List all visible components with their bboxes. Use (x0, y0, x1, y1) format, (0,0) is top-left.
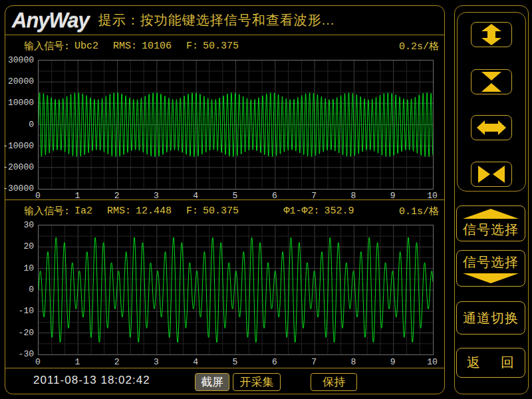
compress-horizontal-icon (476, 164, 507, 185)
back-label-left: 返 (467, 354, 481, 372)
y-tick-label: -30 (19, 349, 34, 359)
freq-value: 50.375 (203, 205, 239, 217)
y-axis-labels: 3000020000100000-10000-20000-30000 (5, 60, 35, 188)
rms-label: RMS: (107, 205, 131, 217)
triangle-up-icon (463, 209, 519, 219)
x-tick-label: 0 (35, 357, 41, 367)
waveform-svg (39, 225, 433, 354)
y-tick-label: -10 (19, 306, 34, 316)
waveform-plot-ia2 (38, 225, 434, 355)
compress-vertical-button[interactable] (471, 69, 512, 94)
brand-logo: AnyWay (12, 9, 89, 33)
y-tick-label: 10 (23, 263, 34, 273)
screenshot-button[interactable]: 截屏 (195, 373, 229, 391)
title-bar: AnyWay 提示：按功能键选择信号和查看波形... (12, 6, 440, 35)
y-tick-label: 0 (29, 285, 34, 295)
phase-diff-label: Φ1-Φ2: (284, 205, 320, 217)
device-screen: AnyWay 提示：按功能键选择信号和查看波形... 输入信号: Ubc2 RM… (0, 0, 532, 399)
x-tick-label: 6 (272, 357, 277, 367)
y-tick-label: -30000 (3, 184, 34, 194)
y-tick-label: 30 (23, 220, 34, 230)
channel-switch-label: 通道切换 (463, 309, 519, 327)
signal-name: Ubc2 (74, 41, 98, 52)
y-tick-label: -10000 (3, 140, 34, 150)
y-tick-label: -20 (19, 327, 34, 337)
signal-select-up-button[interactable]: 信号选择 (456, 205, 525, 241)
compress-vertical-icon (477, 70, 506, 93)
expand-vertical-button[interactable] (471, 22, 512, 47)
waveform-svg (39, 61, 433, 189)
signal-select-up-label: 信号选择 (463, 221, 519, 239)
start-capture-button[interactable]: 开采集 (233, 373, 281, 391)
hold-button[interactable]: 保持 (311, 373, 357, 391)
expand-horizontal-icon (476, 117, 507, 138)
status-bar: 2011-08-13 18:02:42 截屏 开采集 保持 (5, 368, 444, 393)
signal-select-down-button[interactable]: 信号选择 (456, 250, 525, 287)
x-axis-labels: 012345678910 (38, 357, 432, 368)
timestamp: 2011-08-13 18:02:42 (33, 374, 150, 387)
rms-value: 10106 (142, 41, 172, 52)
signal-name: Ia2 (74, 205, 92, 217)
expand-vertical-icon (477, 23, 506, 46)
rms-label: RMS: (113, 41, 137, 52)
y-tick-label: 20 (23, 241, 34, 251)
prompt-text: 提示：按功能键选择信号和查看波形... (98, 11, 335, 29)
x-tick-label: 3 (154, 357, 159, 367)
scope-panel-ubc2: 输入信号: Ubc2 RMS: 10106 F: 50.375 0.2s/格 3… (5, 35, 444, 200)
freq-value: 50.375 (203, 41, 239, 52)
input-signal-label: 输入信号: (24, 40, 70, 53)
y-tick-label: -20000 (3, 162, 34, 172)
back-button[interactable]: 返 回 (456, 348, 525, 378)
waveform-plot-ubc2 (38, 60, 434, 190)
x-tick-label: 4 (193, 357, 198, 367)
expand-horizontal-button[interactable] (471, 115, 512, 140)
freq-label: F: (186, 205, 198, 217)
compress-horizontal-button[interactable] (471, 162, 512, 187)
main-panel: AnyWay 提示：按功能键选择信号和查看波形... 输入信号: Ubc2 RM… (5, 5, 445, 394)
back-label-right: 回 (501, 354, 515, 372)
sidebar: 信号选择 信号选择 通道切换 返 回 (454, 5, 529, 394)
y-tick-label: 10000 (8, 98, 34, 108)
scope-header: 输入信号: Ia2 RMS: 12.448 F: 50.375 Φ1-Φ2: 3… (24, 204, 439, 217)
x-tick-label: 2 (114, 357, 120, 367)
y-tick-label: 0 (29, 119, 34, 129)
x-tick-label: 8 (350, 357, 356, 367)
zoom-button-group (457, 12, 526, 192)
channel-switch-button[interactable]: 通道切换 (456, 301, 525, 334)
scope-panel-ia2: 输入信号: Ia2 RMS: 12.448 F: 50.375 Φ1-Φ2: 3… (5, 200, 444, 368)
y-axis-labels: 3020100-10-20-30 (5, 225, 35, 354)
x-tick-label: 9 (390, 357, 396, 367)
y-tick-label: 30000 (8, 55, 34, 65)
y-tick-label: 20000 (8, 76, 34, 86)
rms-value: 12.448 (136, 205, 172, 217)
x-tick-label: 1 (74, 357, 80, 367)
signal-select-down-label: 信号选择 (463, 253, 519, 271)
freq-label: F: (186, 41, 198, 52)
x-tick-label: 10 (427, 357, 438, 367)
timebase-value: 0.2s/格 (399, 40, 439, 53)
x-tick-label: 7 (311, 357, 317, 367)
x-tick-label: 5 (233, 357, 238, 367)
scope-header: 输入信号: Ubc2 RMS: 10106 F: 50.375 0.2s/格 (24, 39, 439, 53)
triangle-down-icon (463, 273, 519, 283)
input-signal-label: 输入信号: (24, 205, 70, 217)
phase-diff-value: 352.9 (325, 205, 354, 217)
timebase-value: 0.1s/格 (399, 205, 439, 217)
